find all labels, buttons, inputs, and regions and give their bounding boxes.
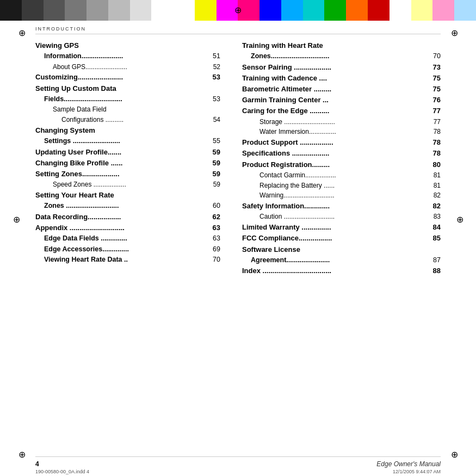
- toc-entry: Zones...............................70: [242, 52, 441, 61]
- entry-text: About GPS.......................: [53, 63, 127, 72]
- page-num: 70: [433, 52, 441, 61]
- toc-entry: FCC Compliance.................85: [242, 233, 441, 243]
- entry-text: Safety Information.............: [242, 201, 330, 211]
- toc-entry: Settings .........................55: [35, 137, 220, 146]
- footer-bar: 4 Edge Owner's Manual: [35, 456, 441, 468]
- entry-text: Sensor Pairing ...................: [242, 63, 331, 72]
- toc-entry: Product Support .................78: [242, 138, 441, 147]
- toc-entry: Barometric Altimeter .........75: [242, 84, 441, 94]
- page-num: 69: [213, 245, 220, 255]
- page-num: 78: [434, 127, 441, 137]
- page-num: 52: [213, 63, 220, 72]
- entry-text: Caution ............................: [259, 212, 335, 221]
- toc-entry: Caution ............................83: [242, 212, 441, 221]
- reg-mark-top-right: ⊕: [449, 27, 460, 38]
- entry-text: Replacing the Battery ......: [259, 181, 335, 190]
- toc-entry: Viewing Heart Rate Data ..70: [35, 255, 220, 265]
- entry-text: Information......................: [44, 52, 123, 61]
- toc-entry: Changing Bike Profile ......59: [35, 158, 220, 168]
- toc-entry: Garmin Training Center ...76: [242, 95, 441, 105]
- entry-text: Setting Zones...................: [35, 169, 120, 179]
- entry-text: Warning............................: [259, 191, 335, 200]
- print-info: 190-00580-00_0A.indd 4 12/1/2005 9:44:07…: [35, 469, 441, 474]
- toc-entry: Changing System: [35, 126, 220, 135]
- entry-text: Specifications ...................: [242, 149, 329, 158]
- entry-text: Edge Data Fields ..............: [44, 234, 127, 244]
- toc-entry: Replacing the Battery ......81: [242, 181, 441, 190]
- entry-text: Contact Garmin.................: [259, 171, 336, 180]
- entry-text: Storage ............................: [259, 118, 335, 127]
- page-num: 63: [213, 234, 220, 244]
- entry-text: Limited Warranty ...............: [242, 222, 331, 232]
- toc-entry: Water Immersion...............78: [242, 127, 441, 137]
- manual-title: Edge Owner's Manual: [376, 460, 441, 468]
- entry-text: Product Registration.........: [242, 160, 330, 170]
- page-num: 59: [213, 147, 220, 157]
- page-num: 75: [433, 73, 441, 83]
- page-num: 55: [213, 137, 220, 146]
- page-num: 85: [433, 233, 441, 243]
- page-num: 63: [213, 223, 220, 233]
- page-num: 59: [213, 169, 220, 179]
- page-num: 80: [433, 160, 441, 170]
- page-num: 82: [433, 201, 441, 211]
- toc-entry: Specifications ...................78: [242, 149, 441, 158]
- toc-entry: Caring for the Edge ..........77: [242, 106, 441, 116]
- entry-text: Setting Your Heart Rate: [35, 190, 114, 200]
- entry-text: Training with Cadence ....: [242, 73, 327, 83]
- entry-text: Index ..................................…: [242, 266, 331, 276]
- toc-entry: Contact Garmin.................81: [242, 171, 441, 180]
- entry-text: Fields...............................: [44, 95, 122, 104]
- toc-entry: Setting Up Custom Data: [35, 84, 220, 94]
- toc-entry: Product Registration.........80: [242, 160, 441, 170]
- page-num: 70: [213, 255, 220, 265]
- toc-entry: Viewing GPS: [35, 41, 220, 51]
- entry-text: Setting Up Custom Data: [35, 84, 116, 94]
- toc-entry: Edge Data Fields ..............63: [35, 234, 220, 244]
- print-info-left: 190-00580-00_0A.indd 4: [35, 469, 89, 474]
- section-label: Introduction: [35, 26, 441, 34]
- toc-entry: Zones ............................60: [35, 201, 220, 211]
- entry-text: Agreement.......................: [251, 256, 330, 265]
- page-num: 78: [433, 149, 441, 158]
- toc-entry: Appendix ............................63: [35, 223, 220, 233]
- toc-entry: Updating User Profile.......59: [35, 147, 220, 157]
- toc-entry: Agreement.......................87: [242, 256, 441, 265]
- entry-text: Data Recording.................: [35, 212, 121, 222]
- page-num: 62: [213, 212, 220, 222]
- toc-right-column: Training with Heart RateZones...........…: [242, 41, 441, 277]
- entry-text: Changing System: [35, 126, 95, 135]
- entry-text: Settings .........................: [44, 137, 120, 146]
- page-num: 88: [433, 266, 441, 276]
- entry-text: Changing Bike Profile ......: [35, 158, 122, 168]
- page-content: Introduction Viewing GPSInformation.....…: [35, 26, 441, 438]
- entry-text: Configurations ..........: [61, 115, 123, 125]
- toc-entry: Data Recording.................62: [35, 212, 220, 222]
- page-num: 77: [433, 106, 441, 116]
- reg-mark-right-mid: ⊕: [454, 214, 465, 225]
- toc-entry: Setting Zones...................59: [35, 169, 220, 179]
- print-info-right: 12/1/2005 9:44:07 AM: [393, 469, 441, 474]
- page-num: 59: [213, 180, 220, 189]
- reg-mark-bottom-left: ⊕: [16, 449, 27, 460]
- toc-entry: Training with Heart Rate: [242, 41, 441, 51]
- entry-text: Zones...............................: [251, 52, 329, 61]
- entry-text: Water Immersion...............: [259, 127, 336, 137]
- toc-entry: Storage ............................77: [242, 118, 441, 127]
- page-num: 53: [213, 95, 220, 104]
- toc-left-column: Viewing GPSInformation..................…: [35, 41, 220, 277]
- entry-text: Sample Data Field: [53, 105, 107, 114]
- page-number: 4: [35, 460, 39, 468]
- toc-entry: Information......................51: [35, 52, 220, 61]
- entry-text: Zones ............................: [44, 201, 119, 211]
- toc-entry: About GPS.......................52: [35, 63, 220, 72]
- entry-text: Updating User Profile.......: [35, 147, 121, 157]
- toc-entry: Sensor Pairing ...................73: [242, 63, 441, 72]
- page-num: 53: [213, 72, 220, 82]
- toc-entry: Fields...............................53: [35, 95, 220, 104]
- toc-entry: Safety Information.............82: [242, 201, 441, 211]
- page-num: 59: [213, 158, 220, 168]
- page-num: 54: [213, 115, 220, 125]
- reg-mark-bottom-right: ⊕: [449, 449, 460, 460]
- entry-text: Training with Heart Rate: [242, 41, 323, 51]
